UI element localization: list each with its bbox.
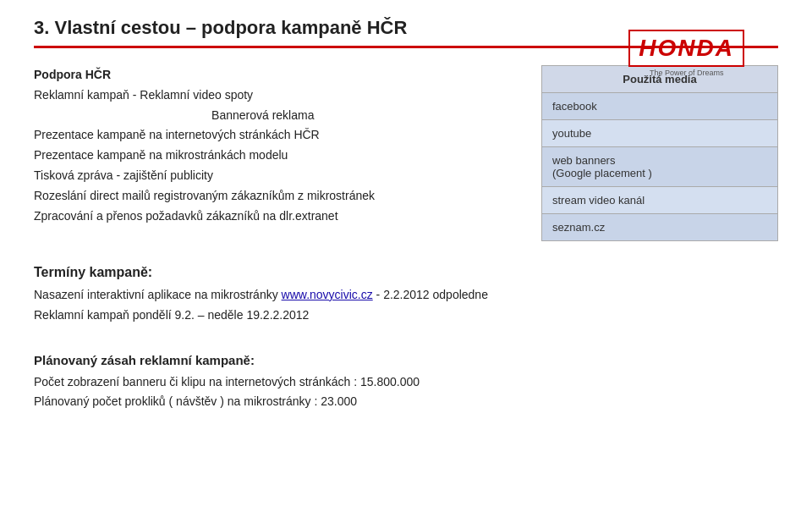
honda-logo: HONDA The Power of Dreams — [628, 30, 744, 77]
main-content: Podpora HČR Reklamní kampaň - Reklamní v… — [34, 65, 778, 241]
media-table-row: web banners(Google placement ) — [542, 147, 778, 187]
facebook-cell: facebook — [542, 93, 778, 120]
stream-cell: stream video kanál — [542, 187, 778, 214]
seznam-cell: seznam.cz — [542, 214, 778, 241]
media-table-row: youtube — [542, 120, 778, 147]
planovany-title: Plánovaný zásah reklamní kampaně: — [34, 353, 778, 367]
planovany-line2: Plánovaný počet prokliků ( návštěv ) na … — [34, 394, 357, 408]
left-column: Podpora HČR Reklamní kampaň - Reklamní v… — [34, 65, 516, 241]
novycivic-link[interactable]: www.novycivic.cz — [282, 288, 373, 301]
planovany-line1: Počet zobrazení banneru či klipu na inte… — [34, 375, 420, 388]
right-column: Použitá media facebook youtube web banne… — [541, 65, 778, 241]
honda-tagline: The Power of Dreams — [628, 69, 744, 77]
terminy-line1: Nasazení interaktivní aplikace na mikros… — [34, 288, 488, 301]
planovany-content: Počet zobrazení banneru či klipu na inte… — [34, 372, 778, 413]
youtube-cell: youtube — [542, 120, 778, 147]
terminy-line2: Reklamní kampaň pondělí 9.2. – neděle 19… — [34, 308, 309, 322]
webbanners-cell: web banners(Google placement ) — [542, 147, 778, 187]
media-table: Použitá media facebook youtube web banne… — [541, 65, 778, 241]
terminy-title: Termíny kampaně: — [34, 265, 778, 280]
media-table-row: stream video kanál — [542, 187, 778, 214]
honda-brand: HONDA — [639, 35, 734, 61]
media-table-row: seznam.cz — [542, 214, 778, 241]
podpora-header: Podpora HČR Reklamní kampaň - Reklamní v… — [34, 65, 516, 226]
media-table-row: facebook — [542, 93, 778, 120]
terminy-content: Nasazení interaktivní aplikace na mikros… — [34, 285, 778, 326]
